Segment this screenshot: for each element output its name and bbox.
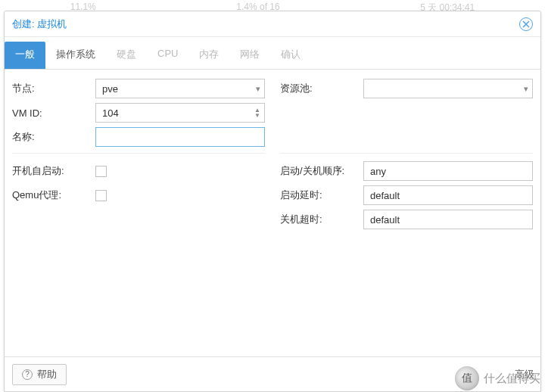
pool-input[interactable] (363, 79, 533, 98)
help-label: 帮助 (37, 368, 57, 381)
divider (280, 153, 533, 154)
tab-cpu: CPU (147, 42, 188, 69)
watermark-text: 什么值得买 (484, 372, 540, 386)
form-body: 节点: ▾ VM ID: ▲▼ 名称: 开机自启动: (5, 70, 540, 356)
help-icon: ? (22, 369, 33, 380)
create-vm-dialog: 创建: 虚拟机 一般 操作系统 硬盘 CPU 内存 网络 确认 节点: ▾ VM… (4, 11, 541, 392)
pool-label: 资源池: (280, 82, 363, 95)
vmid-input[interactable] (95, 103, 265, 123)
right-column: 资源池: ▾ . . 启动/关机顺序: 启动延时: 关机超时: (280, 79, 533, 347)
qemu-agent-label: Qemu代理: (12, 188, 95, 202)
order-label: 启动/关机顺序: (280, 164, 363, 178)
watermark-logo-icon: 值 (455, 366, 479, 390)
name-label: 名称: (12, 130, 95, 144)
tab-network: 网络 (229, 42, 270, 69)
tab-disk: 硬盘 (106, 42, 147, 69)
wizard-tabs: 一般 操作系统 硬盘 CPU 内存 网络 确认 (5, 37, 540, 70)
onboot-label: 开机自启动: (12, 164, 95, 178)
down-timeout-input[interactable] (363, 210, 533, 229)
tab-memory: 内存 (188, 42, 229, 69)
watermark: 值 什么值得买 (455, 366, 545, 390)
vmid-spinner[interactable]: ▲▼ (95, 103, 265, 123)
node-label: 节点: (12, 82, 95, 95)
onboot-checkbox[interactable] (95, 166, 107, 177)
node-select[interactable]: ▾ (95, 79, 265, 98)
close-icon[interactable] (519, 17, 533, 31)
tab-os[interactable]: 操作系统 (45, 42, 106, 69)
node-input[interactable] (95, 79, 265, 98)
help-button[interactable]: ? 帮助 (12, 364, 67, 385)
up-delay-label: 启动延时: (280, 188, 363, 202)
up-delay-input[interactable] (363, 185, 533, 205)
qemu-agent-checkbox[interactable] (95, 190, 107, 201)
left-column: 节点: ▾ VM ID: ▲▼ 名称: 开机自启动: (12, 79, 265, 347)
divider (12, 153, 265, 154)
titlebar: 创建: 虚拟机 (5, 11, 540, 37)
order-input[interactable] (363, 161, 533, 181)
vmid-label: VM ID: (12, 107, 95, 119)
pool-select[interactable]: ▾ (363, 79, 533, 98)
window-title: 创建: 虚拟机 (12, 17, 519, 31)
name-input[interactable] (95, 127, 265, 147)
spinner-icon: ▲▼ (254, 107, 260, 118)
tab-confirm: 确认 (270, 42, 311, 69)
down-timeout-label: 关机超时: (280, 213, 363, 226)
tab-general[interactable]: 一般 (5, 42, 45, 69)
